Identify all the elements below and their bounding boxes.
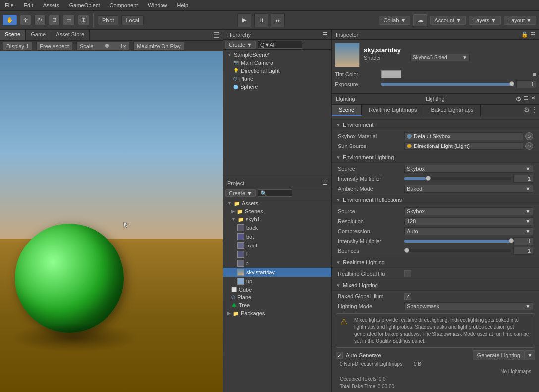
intensity-value[interactable]: 1 <box>513 175 533 183</box>
skybox-circle-btn[interactable]: ⊙ <box>525 132 533 140</box>
step-button[interactable]: ⏭ <box>271 13 285 27</box>
proj-packages[interactable]: ▶ 📁 Packages <box>223 309 331 317</box>
skybox-material-asset[interactable]: Default-Skybox <box>404 132 523 140</box>
proj-r[interactable]: r <box>223 259 331 268</box>
sun-circle-btn[interactable]: ⊙ <box>525 142 533 150</box>
scene-view[interactable] <box>0 51 223 392</box>
proj-scenes[interactable]: ▶ 📁 Scenes <box>223 207 331 215</box>
menu-window[interactable]: Window <box>145 1 170 9</box>
ambient-select[interactable]: Baked ▼ <box>404 185 533 193</box>
proj-bot[interactable]: bot <box>223 232 331 241</box>
inspector-menu-icon[interactable]: ☰ <box>530 31 535 38</box>
collab-button[interactable]: Collab ▼ <box>379 16 410 25</box>
menu-file[interactable]: File <box>2 1 17 9</box>
menu-help[interactable]: Help <box>174 1 191 9</box>
maximize-btn[interactable]: Maximize On Play <box>133 41 184 51</box>
source-select[interactable]: Skybox ▼ <box>404 165 533 173</box>
proj-assets[interactable]: ▼ 📁 Assets <box>223 199 331 207</box>
gen-dropdown-btn[interactable]: ▼ <box>525 350 535 360</box>
display-dropdown[interactable]: Display 1 <box>3 41 32 51</box>
lighting-settings-icon[interactable]: ⚙ <box>515 95 522 103</box>
realtime-lighting-section[interactable]: ▼ Realtime Lighting <box>332 257 539 268</box>
scale-thumb[interactable] <box>105 44 109 48</box>
hierarchy-dir-light[interactable]: 💡 Directional Light <box>223 67 331 75</box>
hierarchy-scene[interactable]: ▼ SampleScene* <box>223 51 331 59</box>
compression-select[interactable]: Auto ▼ <box>404 227 533 235</box>
proj-up[interactable]: up <box>223 277 331 286</box>
menu-assets[interactable]: Assets <box>40 1 62 9</box>
play-button[interactable]: ▶ <box>237 13 251 27</box>
bounces-thumb[interactable] <box>404 248 409 253</box>
refl-intensity-value[interactable]: 1 <box>513 237 533 245</box>
lighting-refresh-icon[interactable]: ⚙ <box>524 106 530 115</box>
tab-realtime-lightmaps[interactable]: Realtime Lightmaps <box>362 105 424 116</box>
tool-rotate[interactable]: ↻ <box>34 15 46 25</box>
exposure-slider[interactable] <box>381 83 514 86</box>
project-create-btn[interactable]: Create ▼ <box>225 189 256 197</box>
intensity-thumb[interactable] <box>426 176 431 181</box>
tool-scale[interactable]: ⊞ <box>49 15 60 25</box>
tab-asset-store[interactable]: Asset Store <box>51 30 90 40</box>
bounces-value[interactable]: 1 <box>513 247 533 255</box>
tool-transform[interactable]: ⊕ <box>78 15 89 25</box>
bounces-slider[interactable] <box>404 249 511 252</box>
refl-intensity-slider[interactable] <box>404 240 511 243</box>
account-button[interactable]: Account ▼ <box>430 16 466 25</box>
pivot-button[interactable]: Pivot <box>98 15 118 25</box>
exposure-value[interactable]: 1 <box>516 80 536 88</box>
tool-move[interactable]: ✛ <box>20 15 31 25</box>
scene-panel-menu[interactable]: ☰ <box>90 30 223 40</box>
environment-section[interactable]: ▼ Environment <box>332 119 539 130</box>
hierarchy-main-camera[interactable]: 📷 Main Camera <box>223 59 331 67</box>
env-lighting-section[interactable]: ▼ Environment Lighting <box>332 152 539 163</box>
proj-sky-startday[interactable]: sky,startday <box>223 268 331 277</box>
refl-source-select[interactable]: Skybox ▼ <box>404 207 533 215</box>
proj-tree[interactable]: 🌲 Tree <box>223 301 331 309</box>
hierarchy-create-btn[interactable]: Create ▼ <box>225 41 256 49</box>
proj-cube[interactable]: ⬜ Cube <box>223 286 331 294</box>
menu-gameobject[interactable]: GameObject <box>66 1 103 9</box>
layout-button[interactable]: Layout ▼ <box>504 16 536 25</box>
project-search[interactable] <box>258 189 292 197</box>
tab-scene[interactable]: Scene <box>332 105 362 116</box>
tool-rect[interactable]: ▭ <box>63 15 75 25</box>
baked-gi-checkbox[interactable] <box>404 293 411 300</box>
tab-baked-lightmaps[interactable]: Baked Lightmaps <box>424 105 481 116</box>
tool-hand[interactable]: ✋ <box>3 15 17 25</box>
resolution-select[interactable]: 128 ▼ <box>404 217 533 225</box>
hierarchy-search[interactable] <box>258 41 302 49</box>
generate-lighting-btn[interactable]: Generate Lighting <box>473 350 525 360</box>
project-menu-icon[interactable]: ☰ <box>323 180 327 186</box>
mixed-lighting-section[interactable]: ▼ Mixed Lighting <box>332 280 539 291</box>
tab-game[interactable]: Game <box>26 30 51 40</box>
shader-select[interactable]: Skybox/6 Sided ▼ <box>410 54 470 61</box>
realtime-gi-checkbox[interactable] <box>404 270 411 277</box>
cloud-button[interactable]: ☁ <box>413 14 427 26</box>
env-reflections-section[interactable]: ▼ Environment Reflections <box>332 195 539 205</box>
menu-edit[interactable]: Edit <box>21 1 36 9</box>
exposure-thumb[interactable] <box>509 81 514 86</box>
menu-component[interactable]: Component <box>107 1 141 9</box>
intensity-slider[interactable] <box>404 177 511 180</box>
proj-back[interactable]: back <box>223 223 331 232</box>
tint-swatch[interactable] <box>381 70 401 78</box>
proj-l[interactable]: l <box>223 250 331 259</box>
local-button[interactable]: Local <box>121 15 143 25</box>
lighting-mode-select[interactable]: Shadowmask ▼ <box>404 302 533 310</box>
proj-plane[interactable]: ⬡ Plane <box>223 294 331 301</box>
proj-skyb1[interactable]: ▼ 📁 skyb1 <box>223 215 331 223</box>
hierarchy-plane[interactable]: ⬡ Plane <box>223 75 331 83</box>
sun-source-asset[interactable]: Directional Light (Light) <box>404 142 523 150</box>
lighting-menu-icon[interactable]: ☰ <box>524 95 529 103</box>
lighting-more-icon[interactable]: ⋮ <box>531 106 538 115</box>
hierarchy-sphere[interactable]: ⬤ Sphere <box>223 83 331 91</box>
aspect-dropdown[interactable]: Free Aspect <box>36 41 72 51</box>
proj-front[interactable]: front <box>223 241 331 250</box>
tab-scene[interactable]: Scene <box>0 30 26 40</box>
inspector-lock-icon[interactable]: 🔒 <box>521 31 528 38</box>
auto-gen-checkbox[interactable] <box>336 352 343 359</box>
lighting-close-icon[interactable]: ✕ <box>531 95 535 103</box>
pause-button[interactable]: ⏸ <box>254 13 268 27</box>
hierarchy-menu-icon[interactable]: ☰ <box>323 31 327 38</box>
layers-button[interactable]: Layers ▼ <box>469 16 501 25</box>
